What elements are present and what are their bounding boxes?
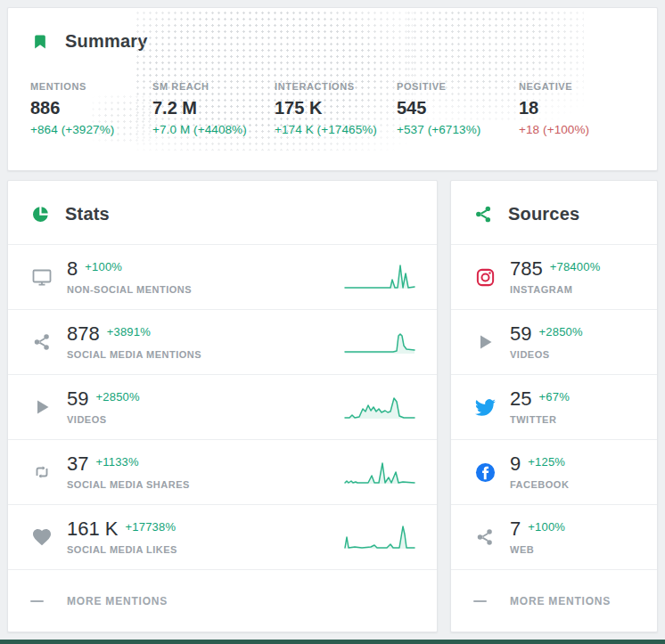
source-value: 25: [510, 389, 531, 409]
source-row-instagram[interactable]: 785 +78400% INSTAGRAM: [451, 244, 657, 309]
share-icon: [473, 527, 497, 547]
sparkline-chart: [342, 262, 417, 292]
metric-label: MENTIONS: [30, 81, 152, 92]
source-row-twitter[interactable]: 25 +67% TWITTER: [451, 374, 657, 439]
sources-rows: 785 +78400% INSTAGRAM 59 +2850% VIDEOS: [451, 244, 657, 632]
stat-label: NON-SOCIAL MENTIONS: [67, 284, 342, 295]
dash-icon: [473, 600, 487, 602]
metric-change: +174 K (+17465%): [275, 123, 397, 136]
metric-sm-reach: SM REACH 7.2 M +7.0 M (+4408%): [152, 81, 275, 136]
retweet-icon: [30, 461, 53, 483]
summary-title: Summary: [65, 31, 148, 52]
summary-metrics: MENTIONS 886 +864 (+3927%) SM REACH 7.2 …: [30, 81, 641, 136]
stat-value: 8: [67, 259, 78, 279]
dash-icon: [30, 600, 44, 602]
metric-value: 175 K: [275, 98, 397, 118]
bottom-accent-bar: [0, 640, 665, 644]
stats-card: Stats 8 +100% NON-SOCIAL MENTIONS: [7, 180, 438, 632]
metric-value: 886: [30, 98, 152, 118]
twitter-icon: [473, 397, 497, 418]
stat-change: +3891%: [107, 325, 151, 338]
monitor-icon: [30, 266, 53, 288]
share-nodes-icon: [473, 205, 493, 224]
summary-card: Summary MENTIONS 886 +864 (+3927%) SM RE…: [7, 7, 658, 171]
stat-value: 37: [67, 454, 88, 474]
metric-label: NEGATIVE: [519, 81, 641, 92]
stat-label: VIDEOS: [67, 414, 342, 425]
stat-change: +17738%: [126, 520, 177, 534]
stat-label: SOCIAL MEDIA SHARES: [67, 479, 342, 490]
source-change: +125%: [528, 455, 565, 469]
summary-header: Summary: [8, 8, 657, 52]
metric-value: 7.2 M: [152, 98, 275, 118]
source-change: +67%: [538, 390, 569, 404]
sparkline-chart: [342, 457, 417, 487]
stats-rows: 8 +100% NON-SOCIAL MENTIONS 878: [8, 244, 437, 632]
more-mentions-label: MORE MENTIONS: [510, 595, 611, 607]
sparkline-chart: [342, 522, 417, 552]
stat-value: 59: [67, 389, 88, 409]
more-mentions-button[interactable]: MORE MENTIONS: [451, 569, 657, 632]
metric-value: 18: [519, 98, 641, 118]
stat-row-social-media-likes[interactable]: 161 K +17738% SOCIAL MEDIA LIKES: [8, 504, 437, 569]
source-label: TWITTER: [510, 414, 637, 425]
source-label: VIDEOS: [510, 349, 637, 360]
metric-mentions: MENTIONS 886 +864 (+3927%): [30, 81, 152, 136]
stats-header: Stats: [8, 181, 437, 224]
metric-label: INTERACTIONS: [275, 81, 397, 92]
source-value: 9: [510, 454, 521, 474]
source-label: WEB: [510, 544, 637, 555]
stat-row-non-social-mentions[interactable]: 8 +100% NON-SOCIAL MENTIONS: [8, 244, 437, 309]
stat-label: SOCIAL MEDIA MENTIONS: [67, 349, 342, 360]
heart-icon: [30, 526, 53, 548]
stat-change: +100%: [85, 260, 122, 273]
source-change: +2850%: [538, 325, 582, 338]
facebook-icon: [473, 462, 497, 483]
stat-label: SOCIAL MEDIA LIKES: [67, 544, 342, 555]
sparkline-chart: [342, 327, 417, 357]
more-mentions-label: MORE MENTIONS: [67, 595, 168, 607]
metric-change: +7.0 M (+4408%): [152, 123, 275, 136]
source-label: INSTAGRAM: [510, 284, 637, 295]
metric-positive: POSITIVE 545 +537 (+6713%): [397, 81, 519, 136]
metric-label: POSITIVE: [397, 81, 519, 92]
metric-label: SM REACH: [152, 81, 275, 92]
stat-row-social-media-mentions[interactable]: 878 +3891% SOCIAL MEDIA MENTIONS: [8, 309, 437, 374]
stat-change: +2850%: [95, 390, 139, 404]
source-change: +100%: [528, 520, 565, 534]
pie-chart-icon: [30, 205, 50, 224]
metric-value: 545: [397, 98, 519, 118]
stat-row-social-media-shares[interactable]: 37 +1133% SOCIAL MEDIA SHARES: [8, 439, 437, 504]
instagram-icon: [473, 267, 497, 288]
source-change: +78400%: [550, 260, 601, 273]
source-value: 785: [510, 259, 543, 279]
metric-change: +864 (+3927%): [30, 123, 152, 136]
play-icon: [473, 331, 497, 353]
dashboard-page: Summary MENTIONS 886 +864 (+3927%) SM RE…: [0, 0, 665, 644]
sparkline-chart: [342, 392, 417, 422]
sources-header: Sources: [451, 181, 657, 224]
sources-title: Sources: [508, 204, 579, 224]
source-row-videos[interactable]: 59 +2850% VIDEOS: [451, 309, 657, 374]
metric-interactions: INTERACTIONS 175 K +174 K (+17465%): [275, 81, 397, 136]
source-row-facebook[interactable]: 9 +125% FACEBOOK: [451, 439, 657, 504]
more-mentions-button[interactable]: MORE MENTIONS: [8, 569, 437, 632]
source-label: FACEBOOK: [510, 479, 637, 490]
stat-value: 161 K: [67, 519, 119, 539]
bookmark-icon: [30, 32, 50, 52]
source-value: 59: [510, 324, 531, 344]
metric-change: +18 (+100%): [519, 123, 641, 136]
stat-value: 878: [67, 324, 100, 344]
source-row-web[interactable]: 7 +100% WEB: [451, 504, 657, 569]
stat-row-videos[interactable]: 59 +2850% VIDEOS: [8, 374, 437, 439]
metric-negative: NEGATIVE 18 +18 (+100%): [519, 81, 641, 136]
sources-card: Sources: [450, 180, 658, 632]
share-icon: [30, 332, 53, 352]
metric-change: +537 (+6713%): [397, 123, 519, 136]
play-icon: [30, 396, 53, 418]
stat-change: +1133%: [95, 455, 138, 469]
stats-title: Stats: [65, 204, 110, 224]
source-value: 7: [510, 519, 521, 539]
